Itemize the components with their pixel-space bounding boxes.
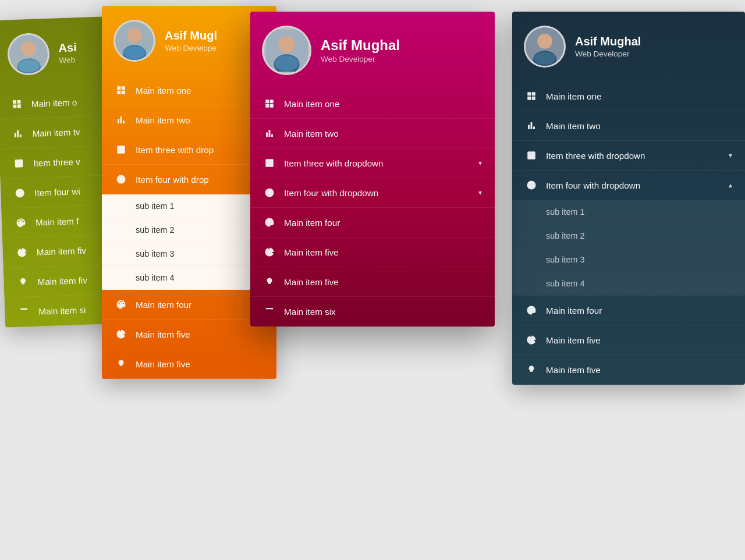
user-name-teal: Asif Mughal [575, 35, 641, 48]
user-info-teal: Asif Mughal Web Developer [575, 35, 641, 58]
item7-label-olive: Main item fiv [37, 275, 87, 286]
user-info-magenta: Asif Mughal Web Developer [321, 37, 400, 63]
chevron-item3-magenta: ▾ [478, 159, 482, 167]
nav-item-1-teal[interactable]: Main item one [512, 81, 745, 111]
nav-item-5-magenta[interactable]: Main item four [250, 208, 495, 238]
item3-label-olive: Item three v [33, 157, 80, 168]
user-role-magenta: Web Developer [321, 55, 400, 63]
user-name-olive: Asi [58, 41, 77, 55]
sub-item-4-teal[interactable]: sub item 4 [512, 272, 745, 296]
item5-label-magenta: Main item four [284, 218, 340, 228]
user-name-magenta: Asif Mughal [321, 37, 400, 54]
bar-chart-icon-4 [525, 119, 538, 132]
chevron-item3-teal: ▾ [729, 151, 732, 160]
bar-chart-icon-3 [263, 127, 276, 140]
avatar-orange [113, 20, 155, 62]
sub-item-3-teal[interactable]: sub item 3 [512, 248, 745, 272]
item7-label-teal: Main item five [546, 365, 601, 375]
bar-chart-icon-2 [115, 114, 127, 126]
nav-list-magenta: Main item one Main item two Item three w… [250, 89, 495, 327]
grid-icon-2 [115, 84, 127, 97]
item4-label-olive: Item four wi [34, 186, 80, 198]
nav-item-1-magenta[interactable]: Main item one [250, 89, 495, 119]
user-role-olive: Web [59, 55, 77, 65]
nav-item-2-teal[interactable]: Main item two [512, 111, 745, 141]
pie-chart-icon [15, 246, 29, 259]
nav-item-7-orange[interactable]: Main item five [102, 349, 276, 379]
svg-point-32 [265, 189, 274, 197]
item8-label-magenta: Main item six [284, 307, 336, 317]
svg-point-29 [275, 55, 299, 71]
user-role-teal: Web Developer [575, 49, 641, 58]
nav-item-7-teal[interactable]: Main item five [512, 355, 745, 385]
image-icon [12, 157, 26, 170]
nav-item-7-magenta[interactable]: Main item five [250, 267, 495, 297]
item2-label-orange: Main item two [136, 115, 190, 125]
bulb-icon-3 [263, 275, 276, 288]
grid-icon-4 [525, 90, 538, 102]
user-info-olive: Asi Web [58, 41, 77, 65]
item5-label-olive: Main item f [36, 216, 79, 228]
aperture-icon-2 [115, 173, 127, 186]
item1-label-magenta: Main item one [284, 99, 339, 109]
pie-chart-icon-2 [115, 328, 127, 341]
palette-icon-3 [263, 216, 276, 229]
palette-icon-2 [115, 298, 127, 311]
user-role-orange: Web Develope [165, 44, 217, 52]
svg-point-45 [527, 181, 536, 190]
sub-item-1-teal[interactable]: sub item 1 [512, 200, 745, 224]
item6-label-magenta: Main item five [284, 247, 339, 257]
svg-rect-4 [15, 160, 23, 168]
nav-item-6-teal[interactable]: Main item five [512, 325, 745, 355]
item3-label-teal: Item three with dropdown [546, 151, 645, 161]
item8-label-olive: Main item si [38, 304, 86, 316]
user-info-orange: Asif Mugl Web Develope [165, 29, 217, 52]
pie-chart-icon-4 [525, 334, 538, 346]
item4-label-orange: Item four with drop [136, 175, 209, 185]
nav-item-4-magenta[interactable]: Item four with dropdown ▾ [250, 178, 495, 208]
image-icon-3 [263, 157, 276, 169]
nav-item-5-teal[interactable]: Main item four [512, 296, 745, 325]
nav-list-teal: Main item one Main item two Item three w… [512, 81, 745, 385]
svg-point-19 [117, 175, 126, 184]
item5-label-orange: Main item four [136, 300, 191, 310]
sub-item-2-teal[interactable]: sub item 2 [512, 224, 745, 248]
item3-label-orange: Item three with drop [136, 145, 214, 155]
item7-label-orange: Main item five [136, 359, 190, 369]
bulb-icon [16, 275, 30, 289]
avatar-teal [524, 26, 566, 68]
grid-icon-3 [263, 97, 276, 110]
sidebar-card-magenta: Asif Mughal Web Developer Main item one … [250, 12, 495, 327]
grid-icon [10, 97, 24, 111]
chevron-item4-magenta: ▾ [478, 189, 482, 197]
header-teal: Asif Mughal Web Developer [512, 12, 745, 81]
item5-label-teal: Main item four [546, 306, 602, 316]
image-icon-2 [115, 143, 127, 156]
nav-item-6-magenta[interactable]: Main item five [250, 238, 495, 267]
palette-icon [15, 216, 28, 229]
image-icon-4 [525, 149, 538, 162]
pie-chart-icon-3 [263, 246, 276, 258]
item3-label-magenta: Item three with dropdown [284, 158, 384, 168]
nav-item-4-teal[interactable]: Item four with dropdown ▴ [512, 171, 745, 200]
sidebar-card-teal: Asif Mughal Web Developer Main item one … [512, 12, 745, 385]
avatar-magenta [262, 26, 311, 75]
nav-item-2-magenta[interactable]: Main item two [250, 119, 495, 148]
svg-point-6 [15, 189, 24, 198]
aperture-icon-3 [263, 186, 276, 199]
item7-label-magenta: Main item five [284, 277, 339, 287]
bulb-icon-4 [525, 363, 538, 376]
bar-chart-icon [11, 127, 24, 140]
item4-label-magenta: Item four with dropdown [284, 188, 378, 198]
nav-item-8-magenta[interactable]: Main item six [250, 297, 495, 327]
aperture-icon [13, 186, 27, 200]
svg-point-44 [529, 153, 530, 154]
text-icon [17, 305, 31, 318]
user-name-orange: Asif Mugl [165, 29, 217, 42]
nav-item-3-teal[interactable]: Item three with dropdown ▾ [512, 141, 745, 171]
nav-item-3-magenta[interactable]: Item three with dropdown ▾ [250, 148, 495, 178]
item1-label-teal: Main item one [546, 91, 601, 101]
item6-label-teal: Main item five [546, 335, 601, 345]
aperture-icon-4 [525, 179, 538, 192]
header-magenta: Asif Mughal Web Developer [250, 12, 495, 89]
